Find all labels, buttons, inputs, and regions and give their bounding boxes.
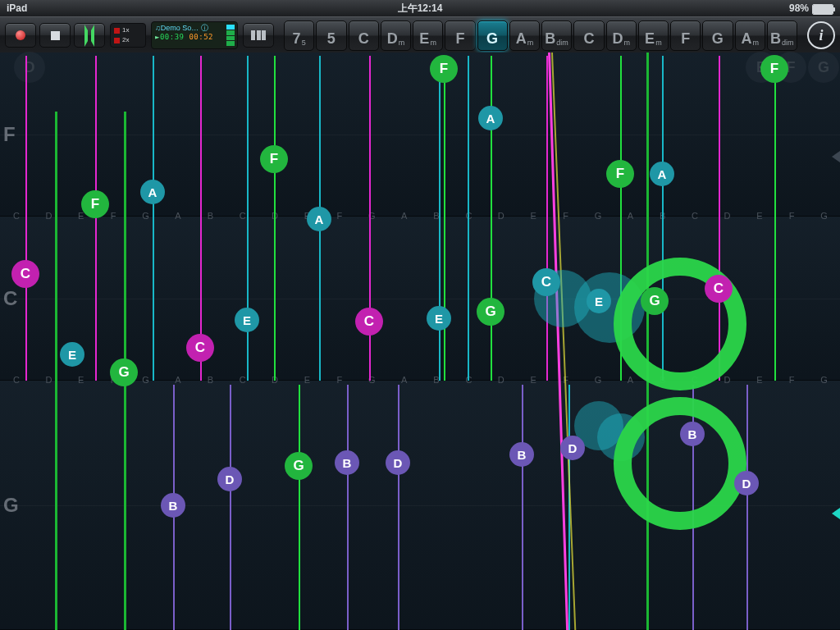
chord-Bdim[interactable]: Bdim [541,21,572,51]
note-E[interactable]: E [427,306,451,331]
note-E[interactable]: E [60,342,84,367]
battery-pct: 98% [789,0,809,16]
note-F[interactable]: F [81,190,109,218]
chord-C[interactable]: C [349,21,379,51]
note-line [230,385,231,630]
note-C[interactable]: C [355,308,383,336]
note-line [774,56,776,381]
note-D[interactable]: D [386,450,410,475]
touch-ring [614,397,746,530]
note-G[interactable]: G [285,452,313,480]
clock: 上午12:14 [0,0,840,16]
record-button[interactable] [5,23,36,48]
chord-Em[interactable]: Em [638,21,669,51]
chord-Dm[interactable]: Dm [381,21,411,51]
chord-5[interactable]: 5 [316,21,346,51]
chord-F[interactable]: F [670,21,701,51]
note-G[interactable]: G [477,298,504,326]
time-elapsed: 00:39 [160,33,185,41]
row-label: G [3,494,19,517]
record-icon [16,30,25,40]
note-G[interactable]: G [641,287,669,315]
row-label: C [3,287,17,310]
chord-G[interactable]: G [477,21,508,51]
inactive-marker: D [14,52,45,83]
note-line [25,56,27,381]
note-line [153,56,154,381]
note-line [95,56,97,381]
note-B[interactable]: B [161,493,185,518]
note-B[interactable]: B [680,422,705,446]
toolbar: 1x 2x ♫Demo So… ⓘ ►00:39 00:52 755CDmEmF… [0,16,840,54]
note-D[interactable]: D [560,436,585,460]
note-D[interactable]: D [734,471,759,495]
note-D[interactable]: D [217,467,242,491]
note-F[interactable]: F [606,160,634,188]
note-C[interactable]: C [186,334,214,362]
note-line [468,56,469,381]
chord-Em[interactable]: Em [413,21,443,51]
note-line [491,56,492,381]
note-F[interactable]: F [260,145,288,173]
note-grid[interactable]: FCGCDEFGABCDEFGABCDEFGABCDEFGCDEFGABCDEF… [0,52,840,630]
note-line [546,56,548,381]
chord-Am[interactable]: Am [509,21,540,51]
note-F[interactable]: F [430,55,458,83]
note-line [274,56,276,381]
note-line [347,385,349,630]
view-toggle-button[interactable] [243,23,274,48]
note-A[interactable]: A [650,162,674,186]
pause-icon [84,25,94,47]
info-button[interactable]: i [807,21,835,49]
track-selector[interactable]: 1x 2x [110,23,146,48]
note-line [444,56,445,381]
chord-Bdim[interactable]: Bdim [767,21,797,51]
scroll-indicator[interactable] [832,151,840,162]
note-F[interactable]: F [760,55,788,83]
battery-icon [812,4,833,15]
row-label: F [3,123,16,146]
info-icon: i [819,27,823,44]
note-A[interactable]: A [140,180,165,204]
chord-selector: 755CDmEmFGAmBdimCDmEmFGAmBdim [284,21,797,51]
chord-Am[interactable]: Am [735,21,765,51]
note-C[interactable]: C [705,275,733,303]
stop-button[interactable] [39,23,71,48]
chord-G[interactable]: G [702,21,733,51]
scroll-indicator[interactable] [832,508,840,519]
note-line [200,56,202,381]
note-line [439,56,441,381]
note-E[interactable]: E [235,308,259,332]
note-C[interactable]: C [11,260,39,288]
note-B[interactable]: B [509,442,534,467]
note-line [299,385,300,630]
note-line [522,385,523,630]
note-A[interactable]: A [307,207,331,231]
note-B[interactable]: B [335,450,359,475]
note-C[interactable]: C [532,268,560,296]
song-display[interactable]: ♫Demo So… ⓘ ►00:39 00:52 [151,21,238,49]
note-line [55,112,57,630]
chord-75[interactable]: 75 [284,21,314,51]
columns-icon [251,30,266,40]
note-E[interactable]: E [587,289,611,313]
note-G[interactable]: G [110,358,138,386]
song-title: Demo So… [161,24,199,32]
chord-F[interactable]: F [445,21,475,51]
stop-icon [51,31,60,40]
battery-indicator: 98% [789,0,833,16]
note-A[interactable]: A [478,106,503,130]
chord-Dm[interactable]: Dm [606,21,637,51]
chord-C[interactable]: C [573,21,604,51]
inactive-marker: G [808,52,839,83]
note-line [398,385,399,630]
status-bar: iPad 上午12:14 98% [0,0,840,16]
pause-button[interactable] [74,23,105,48]
level-meters [226,25,235,46]
time-total: 00:52 [189,33,213,41]
note-line [746,385,748,630]
transport-controls [5,23,105,48]
